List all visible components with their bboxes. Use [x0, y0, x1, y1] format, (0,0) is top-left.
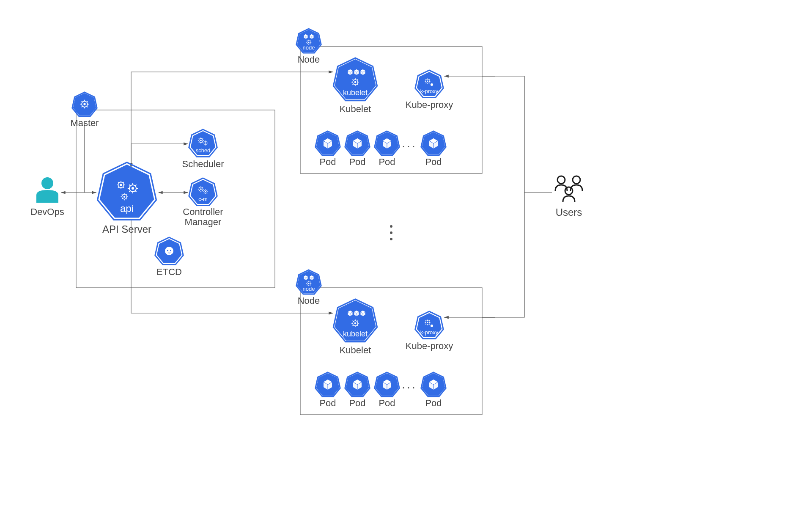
- controller-caption-1: Controller: [183, 206, 223, 217]
- svg-text:api: api: [120, 203, 134, 214]
- svg-text:node: node: [303, 44, 315, 51]
- svg-text:k-proxy: k-proxy: [420, 88, 439, 94]
- svg-text:node: node: [303, 286, 315, 292]
- api-server-icon: api: [98, 162, 156, 220]
- node2-badge: node: [296, 270, 321, 294]
- svg-point-25: [390, 231, 392, 234]
- svg-text:Pod: Pod: [379, 157, 395, 167]
- svg-text:sched: sched: [196, 147, 211, 154]
- svg-text:kubelet: kubelet: [343, 88, 368, 97]
- node2-pods: Pod Pod Pod ... Pod: [315, 372, 446, 408]
- svg-point-33: [431, 83, 433, 86]
- svg-text:kubelet: kubelet: [343, 330, 368, 338]
- svg-text:Pod: Pod: [425, 398, 442, 408]
- node1-label: Node: [298, 54, 320, 65]
- etcd-icon: [155, 237, 183, 265]
- scheduler-caption: Scheduler: [182, 159, 224, 169]
- api-scheduler-link: [131, 144, 188, 167]
- api-server-caption: API Server: [102, 223, 151, 235]
- node1-kubelet-icon: kubelet: [333, 58, 377, 101]
- controller-manager-icon: c-m: [189, 178, 217, 206]
- node1-badge: node: [296, 29, 321, 53]
- svg-text:Pod: Pod: [349, 157, 365, 167]
- node2-kubelet-caption: Kubelet: [340, 345, 371, 355]
- node2-label: Node: [298, 295, 320, 306]
- users-label: Users: [556, 206, 582, 218]
- svg-text:k-proxy: k-proxy: [420, 329, 439, 336]
- svg-point-24: [390, 225, 392, 228]
- controller-caption-2: Manager: [185, 217, 222, 227]
- master-badge: [72, 92, 97, 116]
- devops-label: DevOps: [30, 206, 64, 217]
- scheduler-icon: sched: [189, 129, 217, 157]
- svg-point-27: [41, 177, 53, 189]
- svg-text:...: ...: [402, 137, 417, 150]
- svg-text:c-m: c-m: [198, 196, 208, 202]
- node2-kubeproxy-caption: Kube-proxy: [406, 341, 453, 351]
- svg-text:Pod: Pod: [319, 398, 336, 408]
- svg-point-42: [431, 325, 433, 327]
- svg-point-26: [390, 238, 392, 240]
- node1-kubeproxy-caption: Kube-proxy: [406, 99, 453, 110]
- etcd-caption: ETCD: [156, 267, 182, 277]
- node1-kubelet-caption: Kubelet: [340, 104, 371, 114]
- svg-text:...: ...: [402, 378, 417, 391]
- node2-kubelet-icon: kubelet: [333, 299, 377, 342]
- node1-users-link: [482, 76, 552, 193]
- svg-text:Pod: Pod: [379, 398, 395, 408]
- api-kubelet1-link: [131, 72, 333, 165]
- svg-text:Pod: Pod: [319, 157, 336, 167]
- devops-icon: [36, 177, 58, 203]
- nodes-vellipsis: [390, 225, 392, 240]
- node1-pods: Pod Pod Pod ... Pod: [315, 131, 446, 167]
- users-icon: [555, 176, 582, 202]
- node1-kubeproxy-icon: k-proxy: [415, 70, 443, 98]
- node2-kubeproxy-icon: k-proxy: [415, 311, 443, 339]
- node2-users-link: [482, 193, 524, 317]
- master-label: Master: [70, 118, 99, 128]
- svg-text:Pod: Pod: [349, 398, 365, 408]
- svg-text:Pod: Pod: [425, 157, 442, 167]
